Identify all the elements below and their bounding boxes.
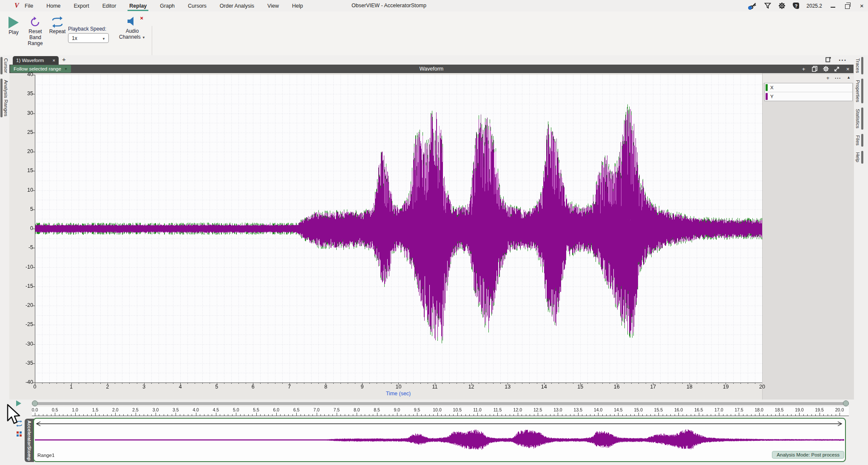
y-tick-label: -15 xyxy=(18,283,33,289)
new-window-icon[interactable] xyxy=(825,57,832,64)
loop-range-icon[interactable] xyxy=(15,420,23,427)
x-tick-label: 19 xyxy=(723,384,729,390)
timeline-play-icon[interactable] xyxy=(16,400,21,406)
y-tick-label: 10 xyxy=(18,187,33,193)
sidebar-item-label: Statistics xyxy=(855,108,860,130)
y-tick-label: -5 xyxy=(18,244,33,250)
y-tick-label: 25 xyxy=(18,129,33,135)
chevron-down-icon: ▼ xyxy=(102,37,105,41)
ruler-label: 7.0 xyxy=(313,407,320,412)
obserview-window: V FileHomeExportEditorReplayGraphCursors… xyxy=(0,0,868,465)
tab-strip xyxy=(0,57,3,74)
x-axis-title: Time (sec) xyxy=(386,391,411,397)
x-tick-label: 7 xyxy=(288,384,291,390)
add-tab-button[interactable]: + xyxy=(62,56,66,63)
menu-cursors[interactable]: Cursors xyxy=(187,0,207,11)
tab-close-icon[interactable]: × xyxy=(53,58,55,63)
tabrow-more-icon[interactable]: ··· xyxy=(839,57,847,64)
audio-channels-button[interactable]: × Audio Channels ▼ xyxy=(118,16,146,41)
timeline-scrollbar[interactable] xyxy=(32,402,849,405)
panel-close-icon[interactable]: × xyxy=(845,66,851,72)
menu-order-analysis[interactable]: Order Analysis xyxy=(219,0,255,11)
sidebar-item-files[interactable]: Files xyxy=(855,134,868,147)
ruler-label: 3.5 xyxy=(173,407,179,412)
ruler-label: 9.5 xyxy=(414,407,420,412)
legend-collapse-icon[interactable]: ▲ xyxy=(847,75,851,81)
chevron-down-icon: ▼ xyxy=(64,67,68,71)
x-tick-label: 20 xyxy=(759,384,765,390)
menu-replay[interactable]: Replay xyxy=(128,0,148,11)
x-tick-label: 11 xyxy=(432,384,438,390)
sidebar-item-properties[interactable]: Properties xyxy=(855,79,868,103)
legend-row-y[interactable]: Y xyxy=(765,92,852,101)
y-tick-label: -25 xyxy=(18,321,33,327)
menu-view[interactable]: View xyxy=(267,0,280,11)
ruler-label: 17.0 xyxy=(715,407,723,412)
menu-help[interactable]: Help xyxy=(291,0,304,11)
ruler-label: 0.5 xyxy=(52,407,58,412)
panel-expand-icon[interactable] xyxy=(834,66,840,72)
ruler-label: 11.5 xyxy=(494,407,502,412)
tab-waveform[interactable]: 1) Waveform × xyxy=(13,56,59,65)
titlebar: V FileHomeExportEditorReplayGraphCursors… xyxy=(0,0,868,11)
panel-add-icon[interactable]: + xyxy=(800,66,807,72)
range-label: Range1 xyxy=(37,453,54,458)
menu-export[interactable]: Export xyxy=(73,0,90,11)
legend-row-x[interactable]: X xyxy=(765,83,852,92)
ruler-label: 8.0 xyxy=(354,407,360,412)
filter-icon[interactable] xyxy=(764,2,771,9)
scrollbar-handle-left[interactable] xyxy=(32,400,38,406)
menu-home[interactable]: Home xyxy=(45,0,61,11)
play-button[interactable]: Play xyxy=(4,15,23,35)
sidebar-item-statistics[interactable]: Statistics xyxy=(855,108,868,130)
legend-label: Y xyxy=(770,94,774,99)
left-sidebar: CursorAnalysis Ranges xyxy=(0,57,9,117)
app-logo-icon[interactable]: V xyxy=(14,2,19,9)
waveform-plot[interactable] xyxy=(31,75,762,385)
ruler-label: 14.0 xyxy=(594,407,602,412)
sidebar-item-traces[interactable]: Traces xyxy=(855,57,868,74)
legend-add-icon[interactable]: + xyxy=(826,75,829,81)
ruler-label: 9.0 xyxy=(394,407,400,412)
repeat-button[interactable]: Repeat xyxy=(48,15,67,34)
playback-speed-label: Playback Speed: xyxy=(68,26,106,32)
y-tick-label: 20 xyxy=(18,148,33,154)
playback-speed-select[interactable]: 1x ▼ xyxy=(68,33,109,43)
license-key-icon[interactable] xyxy=(749,2,757,9)
ruler-label: 16.0 xyxy=(674,407,683,412)
overview-waveform[interactable] xyxy=(35,420,844,460)
ruler-label: 7.5 xyxy=(334,407,340,412)
ruler-label: 12.0 xyxy=(513,407,522,412)
scrollbar-handle-right[interactable] xyxy=(843,400,849,406)
help-icon[interactable]: ? xyxy=(793,3,799,9)
analysis-mode-badge: Analysis Mode: Post process xyxy=(772,451,844,459)
legend-more-icon[interactable]: ··· xyxy=(835,75,841,81)
restore-button[interactable] xyxy=(844,2,851,9)
sidebar-item-cursor[interactable]: Cursor xyxy=(0,57,9,74)
y-tick-label: -35 xyxy=(18,360,33,366)
y-tick-label: 30 xyxy=(18,110,33,116)
x-tick-label: 9 xyxy=(360,384,363,390)
reset-icon xyxy=(29,16,41,28)
ruler-label: 15.0 xyxy=(634,407,643,412)
minimize-button[interactable] xyxy=(829,2,837,9)
channel-grid-icon[interactable] xyxy=(16,431,22,437)
menu-editor[interactable]: Editor xyxy=(102,0,117,11)
ruler-label: 3.0 xyxy=(153,407,159,412)
ruler-label: 19.0 xyxy=(795,407,803,412)
reset-band-range-button[interactable]: Reset Band Range xyxy=(22,15,48,46)
settings-gear-icon[interactable] xyxy=(778,2,786,9)
panel-duplicate-icon[interactable] xyxy=(811,66,818,72)
close-button[interactable]: × xyxy=(858,2,865,9)
tab-strip xyxy=(861,79,863,103)
sidebar-item-help[interactable]: Help xyxy=(855,151,868,164)
menu-graph[interactable]: Graph xyxy=(159,0,176,11)
y-tick-label: 40 xyxy=(18,71,33,77)
menu-file[interactable]: File xyxy=(24,0,34,11)
ruler-label: 11.0 xyxy=(473,407,482,412)
panel-settings-icon[interactable] xyxy=(823,66,829,72)
sidebar-item-analysis-ranges[interactable]: Analysis Ranges xyxy=(0,79,9,118)
x-tick-label: 18 xyxy=(686,384,692,390)
ruler-label: 18.0 xyxy=(755,407,763,412)
file-tab-acceleratorstomp[interactable]: AcceleratorStomp xyxy=(25,419,34,462)
